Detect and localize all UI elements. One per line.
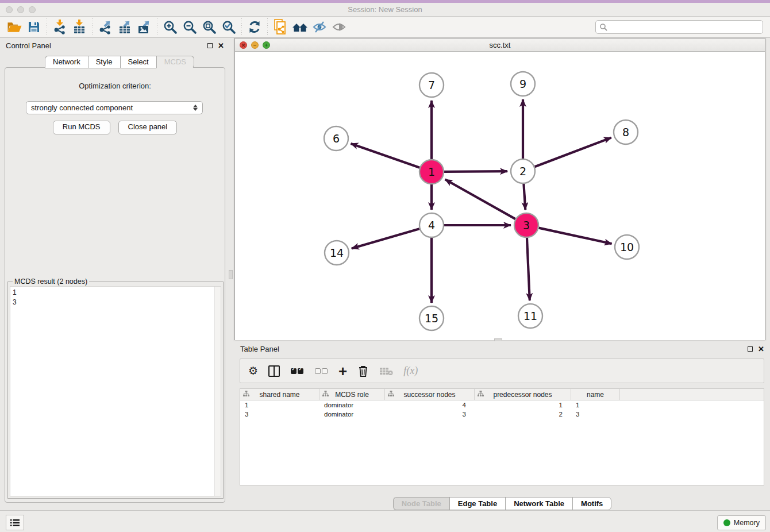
show-details-icon[interactable] <box>329 18 349 36</box>
zoom-out-icon[interactable] <box>180 18 199 36</box>
network-window-titlebar[interactable]: ✕ − + scc.txt <box>235 38 765 52</box>
network-window-title: scc.txt <box>235 41 765 49</box>
delete-table-icon <box>379 363 393 380</box>
hide-details-icon[interactable] <box>310 18 329 36</box>
control-panel-tabs: Network Style Select MCDS <box>45 56 194 68</box>
edge-3-11[interactable] <box>527 238 530 300</box>
criterion-dropdown[interactable]: strongly connected component <box>26 101 203 114</box>
tab-mcds[interactable]: MCDS <box>156 56 194 68</box>
run-mcds-button[interactable]: Run MCDS <box>53 121 110 134</box>
mcds-result-lines: 13 <box>13 288 218 307</box>
save-session-icon[interactable] <box>24 18 44 36</box>
float-panel-icon[interactable] <box>207 43 213 48</box>
mcds-tab-content: Optimization criterion: strongly connect… <box>5 67 225 503</box>
table-body: 1dominator4113dominator323 <box>240 400 764 419</box>
memory-label: Memory <box>734 519 760 527</box>
toolbar-separator <box>47 18 47 36</box>
edge-2-3[interactable] <box>523 184 525 210</box>
select-all-checkboxes-icon[interactable] <box>290 363 304 380</box>
edge-3-10[interactable] <box>538 228 611 244</box>
table-panel-title: Table Panel <box>240 345 279 353</box>
column-header-MCDS-role[interactable]: MCDS role <box>319 389 385 400</box>
edge-4-14[interactable] <box>352 229 419 248</box>
float-table-panel-icon[interactable] <box>748 346 753 352</box>
table-toolbar: ⚙ + f(x) <box>240 358 764 383</box>
node-label-15: 15 <box>425 312 438 325</box>
columns-icon[interactable] <box>268 363 280 380</box>
node-label-14: 14 <box>330 246 344 259</box>
task-history-button[interactable] <box>6 515 24 530</box>
tab-style[interactable]: Style <box>88 56 120 68</box>
memory-button[interactable]: Memory <box>717 515 766 530</box>
table-tabs: Node Table Edge Table Network Table Moti… <box>234 497 770 510</box>
tab-network[interactable]: Network <box>45 56 88 68</box>
add-column-icon[interactable]: + <box>338 363 347 380</box>
export-image-icon[interactable] <box>134 18 154 36</box>
column-header-shared-name[interactable]: shared name <box>240 389 319 400</box>
status-bar: Memory <box>0 510 770 532</box>
node-label-7: 7 <box>428 79 435 91</box>
table-header-row: shared nameMCDS rolesuccessor nodesprede… <box>240 389 764 400</box>
window-titlebar: Session: New Session <box>0 3 770 17</box>
result-scrollbar[interactable] <box>214 287 221 496</box>
node-label-10: 10 <box>620 241 634 253</box>
toolbar-separator <box>92 18 93 36</box>
edge-1-2[interactable] <box>444 171 507 172</box>
criterion-dropdown-value: strongly connected component <box>31 103 133 112</box>
table-row[interactable]: 1dominator411 <box>240 400 764 410</box>
tab-select[interactable]: Select <box>120 56 156 68</box>
optimization-criterion-label: Optimization criterion: <box>5 82 225 90</box>
toolbar-search[interactable] <box>595 20 763 34</box>
node-label-1: 1 <box>428 165 435 178</box>
network-graph[interactable]: 1234678910111415 <box>235 52 765 340</box>
import-network-icon[interactable] <box>50 18 70 36</box>
tab-network-table[interactable]: Network Table <box>505 497 572 510</box>
control-panel-title: Control Panel <box>6 41 51 50</box>
search-icon <box>599 23 607 31</box>
node-label-3: 3 <box>523 219 530 232</box>
edge-2-8[interactable] <box>535 138 611 167</box>
window-title: Session: New Session <box>0 5 770 14</box>
deselect-all-checkboxes-icon[interactable] <box>314 363 328 380</box>
edge-3-1[interactable] <box>445 179 515 219</box>
edge-1-6[interactable] <box>351 144 419 168</box>
toolbar-separator <box>267 18 268 36</box>
network-view-window: ✕ − + scc.txt 1234678910111415 <box>234 38 765 340</box>
column-header-predecessor-nodes[interactable]: predecessor nodes <box>475 389 571 400</box>
import-table-icon[interactable] <box>70 18 89 36</box>
column-header-name[interactable]: name <box>571 389 620 400</box>
home-neighbors-icon[interactable] <box>290 18 310 36</box>
column-header-successor-nodes[interactable]: successor nodes <box>385 389 475 400</box>
tab-edge-table[interactable]: Edge Table <box>449 497 505 510</box>
export-table-icon[interactable] <box>115 18 134 36</box>
tab-node-table[interactable]: Node Table <box>393 497 449 510</box>
close-table-panel-icon[interactable]: ✕ <box>758 345 764 353</box>
zoom-in-icon[interactable] <box>160 18 180 36</box>
clone-network-icon[interactable] <box>271 18 290 36</box>
node-label-6: 6 <box>333 132 340 145</box>
table-row[interactable]: 3dominator323 <box>240 410 764 419</box>
node-label-11: 11 <box>523 310 537 322</box>
refresh-layout-icon[interactable] <box>245 18 264 36</box>
export-network-icon[interactable] <box>95 18 115 36</box>
mcds-result-title: MCDS result (2 nodes) <box>13 277 89 286</box>
search-input[interactable] <box>607 22 759 32</box>
zoom-fit-icon[interactable] <box>199 18 219 36</box>
tab-motifs[interactable]: Motifs <box>572 497 611 510</box>
node-label-4: 4 <box>428 219 435 232</box>
table-panel: Table Panel ✕ ⚙ + f(x) shared nameMCDS r… <box>234 341 770 510</box>
gear-icon[interactable]: ⚙ <box>248 363 258 380</box>
delete-column-icon[interactable] <box>357 363 369 380</box>
toolbar-separator <box>157 18 157 36</box>
list-icon <box>10 519 20 527</box>
zoom-selected-icon[interactable] <box>219 18 238 36</box>
mcds-result-list[interactable]: 13 <box>10 286 221 496</box>
node-label-9: 9 <box>519 78 526 90</box>
network-canvas[interactable]: 1234678910111415 <box>235 52 765 340</box>
panel-splitter-grip[interactable] <box>229 270 233 279</box>
open-file-icon[interactable] <box>5 18 24 36</box>
function-builder-icon: f(x) <box>403 363 418 380</box>
node-label-8: 8 <box>622 126 629 138</box>
close-panel-button[interactable]: Close panel <box>118 121 178 134</box>
close-panel-icon[interactable]: ✕ <box>218 42 224 49</box>
